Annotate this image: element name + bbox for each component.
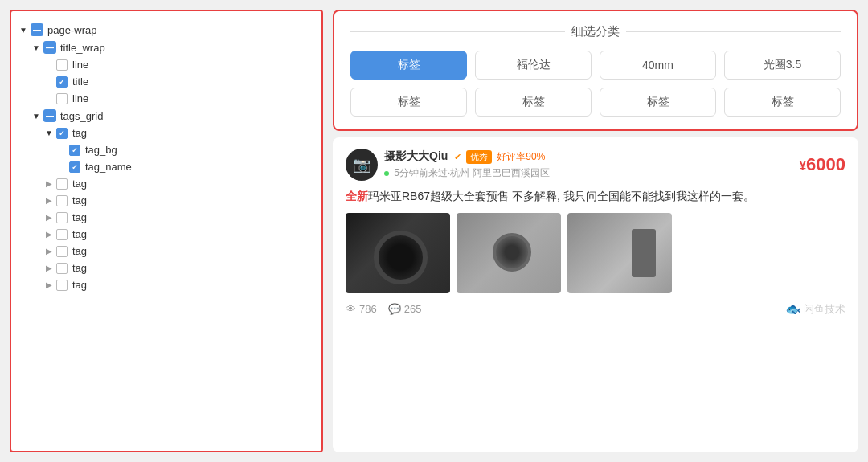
user-info: 摄影大大Qiu ✔ 优秀 好评率90% 5分钟前来过·杭州 阿里巴巴西溪园区 xyxy=(384,149,550,180)
view-icon: 👁 xyxy=(346,303,356,315)
node-label-tag-4: tag xyxy=(72,211,87,223)
user-location: 5分钟前来过·杭州 阿里巴巴西溪园区 xyxy=(384,166,550,180)
price-symbol: ¥ xyxy=(799,159,806,173)
node-label-tag-7: tag xyxy=(72,262,87,274)
expand-arrow-tag-6[interactable]: ▶ xyxy=(43,246,55,257)
node-label-tag-8: tag xyxy=(72,279,87,291)
desc-text: 玛米亚RB67超级大全套预售 不多解释, 我只问全国能不能找到我这样的一套。 xyxy=(368,190,755,202)
price-value: 6000 xyxy=(806,154,845,174)
node-label-tag-bg: tag_bg xyxy=(85,144,117,156)
verified-icon: ✔ xyxy=(454,152,461,162)
product-images xyxy=(346,213,845,293)
comment-icon: 💬 xyxy=(388,303,401,315)
tree-node-tag-4[interactable]: ▶ tag xyxy=(18,209,315,226)
checkbox-tag-7[interactable] xyxy=(56,263,68,274)
expand-arrow-tag-2[interactable]: ▶ xyxy=(43,178,55,190)
tree-node-tag-3[interactable]: ▶ tag xyxy=(18,192,315,209)
comment-count: 💬 265 xyxy=(388,303,422,315)
node-label-line-1: line xyxy=(72,59,88,71)
tag-button-2[interactable]: 40mm xyxy=(600,51,716,80)
node-label-tags-grid: tags_grid xyxy=(60,110,103,122)
checkbox-tag-name[interactable] xyxy=(69,161,80,173)
component-tree-panel: ▼ — page-wrap ▼ — title_wrap ▶ line ▶ ti… xyxy=(10,10,323,452)
tree-node-tag-bg[interactable]: ▶ tag_bg xyxy=(18,141,315,158)
tree-node-title-wrap[interactable]: ▼ — title_wrap xyxy=(18,39,315,56)
tags-filter-card: 细选分类 标签 福伦达 40mm 光圈3.5 标签 标签 标签 标签 xyxy=(333,10,858,131)
checkbox-tag-4[interactable] xyxy=(56,212,68,223)
tree-node-tag-name[interactable]: ▶ tag_name xyxy=(18,158,315,175)
online-dot xyxy=(384,171,389,176)
product-user: 📷 摄影大大Qiu ✔ 优秀 好评率90% 5分钟前来过·杭州 阿里巴巴西溪园区 xyxy=(346,149,550,181)
node-label-tag-name: tag_name xyxy=(85,161,132,173)
tag-button-5[interactable]: 标签 xyxy=(475,88,592,117)
comment-number: 265 xyxy=(404,303,422,315)
node-label-tag-1: tag xyxy=(72,127,87,139)
right-panel: 细选分类 标签 福伦达 40mm 光圈3.5 标签 标签 标签 标签 📷 摄影大… xyxy=(333,10,858,452)
checkbox-tag-6[interactable] xyxy=(56,246,68,257)
tree-node-tag-8[interactable]: ▶ tag xyxy=(18,276,315,293)
checkbox-title[interactable] xyxy=(56,76,68,88)
node-label-page-wrap: page-wrap xyxy=(47,24,96,36)
desc-highlight: 全新 xyxy=(346,190,368,202)
product-description: 全新玛米亚RB67超级大全套预售 不多解释, 我只问全国能不能找到我这样的一套。 xyxy=(346,187,845,205)
watermark-text: 闲鱼技术 xyxy=(804,302,845,317)
checkbox-line-2[interactable] xyxy=(56,93,68,104)
view-number: 786 xyxy=(359,303,377,315)
tree-node-line-1[interactable]: ▶ line xyxy=(18,56,315,73)
tag-button-3[interactable]: 光圈3.5 xyxy=(724,51,841,80)
badge-rate: 好评率90% xyxy=(497,150,545,164)
node-label-title: title xyxy=(72,76,88,88)
expand-arrow-tags-grid[interactable]: ▼ xyxy=(31,110,42,121)
expand-arrow-tag-4[interactable]: ▶ xyxy=(43,212,55,223)
expand-arrow-page-wrap[interactable]: ▼ xyxy=(18,24,29,35)
tree-node-tag-2[interactable]: ▶ tag xyxy=(18,175,315,192)
product-price: ¥6000 xyxy=(799,154,845,175)
watermark: 🐟 闲鱼技术 xyxy=(785,301,845,317)
node-label-title-wrap: title_wrap xyxy=(60,42,105,54)
avatar: 📷 xyxy=(346,149,378,181)
tag-button-4[interactable]: 标签 xyxy=(350,88,467,117)
tree-node-title[interactable]: ▶ title xyxy=(18,73,315,90)
view-count: 👁 786 xyxy=(346,303,377,315)
tag-button-1[interactable]: 福伦达 xyxy=(475,51,592,80)
node-label-tag-3: tag xyxy=(72,194,87,206)
tree-node-line-2[interactable]: ▶ line xyxy=(18,90,315,107)
badge-excellent: 优秀 xyxy=(466,150,492,164)
expand-arrow-tag-1[interactable]: ▼ xyxy=(43,128,55,139)
node-icon-page-wrap: — xyxy=(31,23,43,36)
node-label-tag-2: tag xyxy=(72,178,87,190)
checkbox-tag-3[interactable] xyxy=(56,195,68,206)
tags-filter-title: 细选分类 xyxy=(350,24,841,39)
expand-arrow-tag-7[interactable]: ▶ xyxy=(43,263,55,274)
user-name: 摄影大大Qiu xyxy=(384,149,448,164)
tag-button-0[interactable]: 标签 xyxy=(350,51,467,80)
tree-node-tag-6[interactable]: ▶ tag xyxy=(18,243,315,260)
expand-arrow-title-wrap[interactable]: ▼ xyxy=(31,42,42,53)
tree-node-tag-1[interactable]: ▼ tag xyxy=(18,125,315,141)
node-icon-tags-grid: — xyxy=(43,109,56,122)
tree-node-tags-grid[interactable]: ▼ — tags_grid xyxy=(18,107,315,125)
tags-grid: 标签 福伦达 40mm 光圈3.5 标签 标签 标签 标签 xyxy=(350,51,841,117)
node-label-line-2: line xyxy=(72,92,88,104)
checkbox-tag-8[interactable] xyxy=(56,280,68,291)
checkbox-tag-bg[interactable] xyxy=(69,145,80,156)
tree-node-page-wrap[interactable]: ▼ — page-wrap xyxy=(18,21,315,39)
tree-node-tag-7[interactable]: ▶ tag xyxy=(18,260,315,276)
expand-arrow-tag-8[interactable]: ▶ xyxy=(43,280,55,291)
checkbox-tag-2[interactable] xyxy=(56,178,68,190)
tag-button-7[interactable]: 标签 xyxy=(724,88,841,117)
user-name-row: 摄影大大Qiu ✔ 优秀 好评率90% xyxy=(384,149,550,164)
checkbox-tag-5[interactable] xyxy=(56,229,68,240)
checkbox-tag-1[interactable] xyxy=(56,128,68,139)
expand-arrow-tag-5[interactable]: ▶ xyxy=(43,229,55,240)
node-icon-title-wrap: — xyxy=(43,41,56,54)
product-image-2 xyxy=(457,213,561,293)
expand-arrow-tag-3[interactable]: ▶ xyxy=(43,195,55,206)
tag-button-6[interactable]: 标签 xyxy=(600,88,716,117)
product-header: 📷 摄影大大Qiu ✔ 优秀 好评率90% 5分钟前来过·杭州 阿里巴巴西溪园区… xyxy=(346,149,845,181)
node-label-tag-6: tag xyxy=(72,245,87,257)
watermark-icon: 🐟 xyxy=(785,301,801,317)
checkbox-line-1[interactable] xyxy=(56,59,68,71)
tree-node-tag-5[interactable]: ▶ tag xyxy=(18,226,315,243)
product-image-1 xyxy=(346,213,450,293)
